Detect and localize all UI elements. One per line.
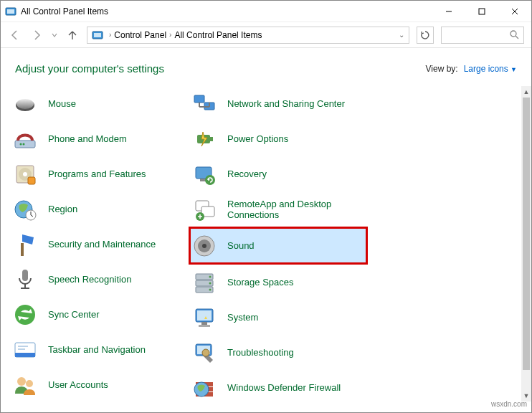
svg-rect-7 [94, 33, 101, 37]
minimize-button[interactable] [432, 1, 465, 22]
item-label: Sync Center [48, 309, 100, 320]
item-recovery[interactable]: Recovery [189, 156, 368, 191]
item-troubleshooting[interactable]: Troubleshooting [189, 335, 368, 370]
recent-dropdown-icon[interactable] [51, 32, 58, 39]
maximize-button[interactable] [465, 1, 498, 22]
sync-center-icon [12, 302, 38, 328]
address-bar[interactable]: › Control Panel › All Control Panel Item… [87, 27, 409, 44]
breadcrumb-current[interactable]: All Control Panel Items [174, 30, 262, 40]
item-programs-and-features[interactable]: Programs and Features [9, 156, 189, 191]
item-mouse[interactable]: Mouse [9, 86, 189, 121]
view-by-selector[interactable]: Large icons ▼ [464, 64, 517, 74]
item-label: Phone and Modem [48, 133, 127, 144]
item-taskbar-and-navigation[interactable]: Taskbar and Navigation [9, 332, 189, 367]
recovery-icon [191, 161, 217, 187]
svg-point-8 [510, 31, 516, 37]
item-sound[interactable]: Sound [189, 227, 368, 265]
svg-rect-3 [479, 9, 485, 14]
watermark: wsxdn.com [491, 400, 527, 408]
svg-rect-40 [210, 137, 213, 141]
breadcrumb-root[interactable]: Control Panel [114, 30, 166, 40]
svg-point-54 [209, 282, 212, 284]
item-region[interactable]: Region [9, 191, 189, 227]
mouse-icon [12, 91, 38, 117]
svg-rect-18 [28, 177, 35, 184]
item-windows-defender-firewall[interactable]: Windows Defender Firewall [189, 370, 368, 402]
item-label: Network and Sharing Center [227, 98, 345, 109]
item-label: Power Options [227, 133, 288, 144]
svg-rect-1 [7, 9, 14, 14]
item-power-options[interactable]: Power Options [189, 121, 368, 156]
item-label: Taskbar and Navigation [48, 344, 146, 355]
item-label: Programs and Features [48, 168, 146, 179]
scroll-up-button[interactable]: ▲ [521, 86, 531, 98]
storage-spaces-icon [191, 270, 217, 295]
vertical-scrollbar[interactable]: ▲ ▼ [521, 86, 531, 402]
item-label: Recovery [227, 168, 267, 179]
item-security-and-maintenance[interactable]: Security and Maintenance [9, 227, 189, 262]
network-and-sharing-center-icon [191, 91, 217, 117]
search-box[interactable] [441, 27, 524, 44]
item-label: Mouse [48, 98, 76, 109]
item-user-accounts[interactable]: User Accounts [9, 367, 189, 402]
region-icon [12, 196, 38, 222]
item-label: Sound [227, 240, 255, 251]
chevron-right-icon[interactable]: › [109, 31, 111, 39]
programs-and-features-icon [12, 161, 38, 187]
control-panel-icon [92, 29, 103, 41]
close-button[interactable] [498, 1, 531, 22]
back-button[interactable] [8, 28, 22, 42]
item-speech-recognition[interactable]: Speech Recognition [9, 262, 189, 297]
security-and-maintenance-icon [12, 232, 38, 257]
scroll-track[interactable] [521, 370, 531, 390]
svg-rect-59 [199, 325, 210, 327]
item-label: Security and Maintenance [48, 239, 156, 250]
svg-point-62 [202, 349, 209, 356]
svg-point-33 [26, 380, 33, 387]
column-left: Mouse Phone and Modem Programs and Featu… [9, 86, 189, 402]
item-label: RemoteApp and Desktop Connections [227, 199, 362, 220]
svg-rect-24 [22, 270, 28, 281]
item-label: Windows Defender Firewall [227, 382, 341, 393]
window-frame: All Control Panel Items › Control Panel … [0, 0, 532, 413]
scroll-thumb[interactable] [523, 98, 530, 370]
svg-rect-34 [194, 95, 204, 103]
control-panel-icon [5, 6, 16, 17]
item-label: User Accounts [48, 379, 108, 390]
svg-point-53 [209, 275, 212, 277]
page-title: Adjust your computer's settings [15, 62, 164, 75]
item-sync-center[interactable]: Sync Center [9, 297, 189, 332]
phone-and-modem-icon [12, 126, 38, 152]
remoteapp-icon [191, 196, 217, 222]
power-options-icon [191, 126, 217, 152]
svg-point-27 [15, 305, 35, 325]
navigation-bar: › Control Panel › All Control Panel Item… [1, 22, 531, 48]
windows-defender-firewall-icon [191, 375, 217, 401]
svg-rect-29 [15, 353, 35, 357]
troubleshooting-icon [191, 340, 217, 366]
svg-point-11 [16, 99, 34, 109]
item-network-and-sharing-center[interactable]: Network and Sharing Center [189, 86, 368, 121]
sound-icon [191, 233, 217, 259]
search-icon [510, 30, 519, 39]
item-label: System [227, 312, 258, 323]
item-storage-spaces[interactable]: Storage Spaces [189, 265, 368, 300]
forward-button[interactable] [29, 28, 44, 42]
svg-rect-23 [21, 243, 24, 256]
svg-rect-12 [15, 141, 35, 148]
refresh-button[interactable] [417, 27, 434, 44]
content-area: Mouse Phone and Modem Programs and Featu… [1, 86, 531, 402]
svg-rect-58 [201, 322, 207, 325]
chevron-right-icon[interactable]: › [169, 31, 171, 39]
system-icon [191, 305, 217, 331]
up-button[interactable] [65, 28, 80, 42]
address-dropdown-icon[interactable]: ⌄ [399, 31, 404, 39]
titlebar: All Control Panel Items [1, 1, 531, 22]
user-accounts-icon [12, 372, 38, 398]
view-by-label: View by: [426, 64, 458, 74]
item-phone-and-modem[interactable]: Phone and Modem [9, 121, 189, 156]
item-label: Troubleshooting [227, 347, 294, 358]
item-system[interactable]: System [189, 300, 368, 335]
item-remoteapp-and-desktop-connections[interactable]: RemoteApp and Desktop Connections [189, 191, 368, 227]
chevron-down-icon: ▼ [510, 66, 517, 73]
